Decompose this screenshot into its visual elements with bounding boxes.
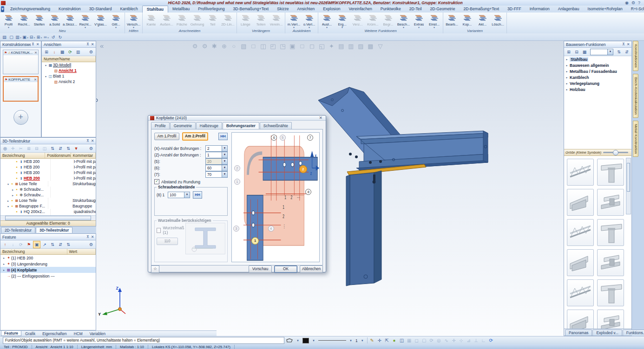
feature-row--3-l-ngen-nderung[interactable]: ▸✦(3) Längenänderung bbox=[0, 261, 96, 267]
ribbon-item-steifen[interactable]: Steifen bbox=[32, 13, 47, 28]
tree-expander-icon[interactable]: ▾ bbox=[6, 182, 10, 186]
category-holzbau[interactable]: ▸Holzbau bbox=[564, 86, 631, 92]
cube-5-icon[interactable]: ◳ bbox=[279, 43, 286, 50]
filter-icon[interactable]: ▼ bbox=[72, 145, 80, 152]
cancel-button[interactable]: Abbrechen bbox=[300, 265, 323, 273]
cube-8-icon[interactable]: ◻ bbox=[309, 43, 315, 50]
menu-tab-stahlbau[interactable]: Stahlbau bbox=[142, 6, 168, 13]
shade-5-icon[interactable]: ▩ bbox=[367, 43, 374, 50]
shade-2-icon[interactable]: ▤ bbox=[338, 43, 345, 50]
chevron-down-icon[interactable]: ▼ bbox=[222, 152, 227, 158]
settings-gear-icon[interactable]: ⚙ bbox=[87, 48, 95, 56]
tab-eigenschaften[interactable]: Eigenschaften bbox=[39, 331, 70, 336]
variant-thumbnail-4[interactable] bbox=[597, 189, 624, 216]
tree-expander-icon[interactable]: ▸ bbox=[2, 262, 6, 265]
slider-knob[interactable] bbox=[613, 150, 618, 155]
collapse-all-icon[interactable]: ⊟ bbox=[573, 48, 580, 56]
dialog-tab-geometrie[interactable]: Geometrie bbox=[170, 122, 196, 129]
tree-expander-icon[interactable]: ▸ bbox=[564, 70, 570, 73]
variant-thumbnail-1[interactable] bbox=[567, 159, 594, 186]
ribbon-item-recht-[interactable]: Recht... bbox=[16, 13, 32, 28]
tab-panoramas[interactable]: Panoramas bbox=[565, 330, 592, 336]
variant-thumbnail-5[interactable] bbox=[567, 219, 594, 246]
combo--7-[interactable]: 70▼ bbox=[205, 171, 228, 178]
pin-icon[interactable]: ⊼ bbox=[31, 42, 35, 46]
variant-thumbnail-9[interactable] bbox=[567, 279, 594, 306]
menu-tab-2d-geometrie[interactable]: 2D-Geometrie bbox=[426, 6, 459, 13]
structure-row-lose-teile[interactable]: ▾●⊞Lose TeileStrukturbaugr bbox=[0, 181, 96, 187]
menu-tab-konstruktion[interactable]: Konstruktion bbox=[54, 6, 85, 13]
chevron-down-icon[interactable]: ▼ bbox=[222, 165, 227, 171]
view-properties-icon[interactable]: ▥ bbox=[74, 48, 82, 56]
search-combo[interactable]: ▼ bbox=[590, 49, 613, 55]
menu-tab-2d-bema-ung-text[interactable]: 2D-Bemaßung+Text bbox=[459, 6, 503, 13]
column-header-wert[interactable]: Wert bbox=[67, 249, 96, 254]
sort-pos-icon[interactable]: ⇅ bbox=[65, 145, 72, 152]
hh-grid-button-2[interactable]: HH bbox=[193, 191, 202, 199]
render-sphere-icon[interactable]: ● bbox=[391, 337, 398, 344]
favorite-star-button[interactable]: ☆ bbox=[151, 265, 159, 273]
menu-tab-zeichnungsverwaltung[interactable]: Zeichnungsverwaltung bbox=[6, 6, 54, 13]
structure-row-schraubv-[interactable]: ▸●✱Schraubv... bbox=[0, 192, 96, 198]
menu-tab-ansichten[interactable]: Ansichten bbox=[293, 6, 319, 13]
settings-gear-icon[interactable]: ⚙ bbox=[87, 241, 95, 248]
close-icon[interactable]: ✕ bbox=[90, 139, 95, 143]
tab-funktions-[interactable]: Funktions... bbox=[623, 330, 644, 336]
chevron-down-icon[interactable]: ▼ bbox=[607, 49, 613, 55]
variant-thumbnail-10[interactable] bbox=[597, 279, 624, 306]
tree-expander-icon[interactable]: ▸ bbox=[2, 256, 6, 259]
feature-row--1-heb-200[interactable]: ▸✦(1) HEB 200 bbox=[0, 255, 96, 261]
structure-row-baugruppe-f-[interactable]: ▾●⊞Baugruppe F...Baugruppe bbox=[0, 203, 96, 209]
ribbon-item-einst-[interactable]: Einst...▼ bbox=[427, 13, 442, 28]
chevron-down-icon[interactable]: ▼ bbox=[359, 337, 366, 344]
ribbon-item-v-glas-[interactable]: V'glas... bbox=[93, 13, 108, 28]
ribbon-item-akt-[interactable]: Akt... bbox=[475, 13, 490, 28]
tree-expander-icon[interactable]: ▸ bbox=[2, 268, 6, 271]
ribbon-item-extras[interactable]: Extras▼ bbox=[411, 13, 427, 28]
tree-expander-icon[interactable]: ▸ bbox=[564, 76, 570, 79]
save-icon[interactable]: ▣ ▾ bbox=[22, 34, 28, 40]
side-tab-konstruktionen[interactable]: Konstruktionen bbox=[633, 41, 638, 71]
ribbon-item-besch-[interactable]: Besch...▼ bbox=[396, 13, 411, 28]
sort-desc-icon[interactable]: ⇵ bbox=[623, 48, 631, 56]
variant-thumbnail-11[interactable] bbox=[567, 310, 594, 329]
menu-tab-anlagenbau[interactable]: Anlagenbau bbox=[554, 6, 584, 13]
tree-expander-icon[interactable]: ▸ bbox=[564, 58, 570, 61]
checkbox-box[interactable]: ✓ bbox=[154, 179, 159, 184]
image-icon[interactable]: ▦ bbox=[59, 48, 66, 56]
sort-2-icon[interactable]: ⇵ bbox=[57, 241, 64, 248]
preview-button[interactable]: Vorschau bbox=[249, 265, 272, 273]
cube-9-icon[interactable]: ◱ bbox=[318, 43, 325, 50]
menu-tab-kantblech[interactable]: Kantblech bbox=[116, 6, 142, 13]
help-icon[interactable]: ? bbox=[638, 0, 640, 5]
menu-tab-profilverlegung[interactable]: Profilverlegung bbox=[194, 6, 229, 13]
menu-tab-3d-bema-ung-text[interactable]: 3D-Bemaßung+Text bbox=[229, 6, 273, 13]
sort-1-icon[interactable]: ⇅ bbox=[49, 241, 56, 248]
snap-hand-icon[interactable]: ✛ bbox=[376, 337, 383, 344]
collapse-panel-icon[interactable]: « bbox=[100, 42, 104, 50]
zoom-in-icon[interactable]: ⊕ bbox=[221, 43, 228, 50]
close-icon[interactable]: ✕ bbox=[90, 235, 95, 239]
menu-tab-r-i-schema[interactable]: R+I-Schema bbox=[627, 6, 644, 13]
menu-tab-skizze[interactable]: Skizze bbox=[273, 6, 293, 13]
pin-icon[interactable]: ⊼ bbox=[85, 42, 90, 46]
tree-expander-icon[interactable]: ▸ bbox=[6, 199, 10, 202]
side-tab-metall-konstruktion[interactable]: Metall Konstruktion bbox=[633, 121, 638, 157]
cube-2-icon[interactable]: □ bbox=[250, 43, 257, 50]
ribbon-item-bearb-[interactable]: Bearb... bbox=[444, 13, 460, 28]
structure-row-heb-200[interactable]: ●IHEB 200I-Profil mit par bbox=[0, 170, 96, 175]
dialog-tab-schweißnähte[interactable]: Schweißnähte bbox=[260, 122, 292, 129]
tree-expander-icon[interactable]: ▸ bbox=[564, 88, 570, 91]
tree-expander-icon[interactable]: ▸ bbox=[11, 188, 15, 191]
pen-icon[interactable]: ✎ bbox=[369, 337, 375, 344]
combo--6-[interactable]: 60▼ bbox=[205, 165, 228, 171]
tree-row-3d-modell[interactable]: ▾▦3D-Modell bbox=[42, 62, 96, 68]
menu-tab-isometrie-rohrplan[interactable]: Isometrie+Rohrplan bbox=[584, 6, 627, 13]
tab-feature[interactable]: Feature bbox=[1, 331, 21, 336]
menu-tab-metallbau[interactable]: Metallbau bbox=[168, 6, 194, 13]
gears-icon[interactable]: ⚙ bbox=[191, 43, 198, 50]
line-style-picker[interactable] bbox=[318, 340, 346, 341]
variant-thumbnail-12[interactable] bbox=[597, 310, 624, 329]
tab-grafik[interactable]: Grafik bbox=[22, 331, 39, 336]
update-views-icon[interactable]: ⟳ bbox=[66, 48, 74, 56]
